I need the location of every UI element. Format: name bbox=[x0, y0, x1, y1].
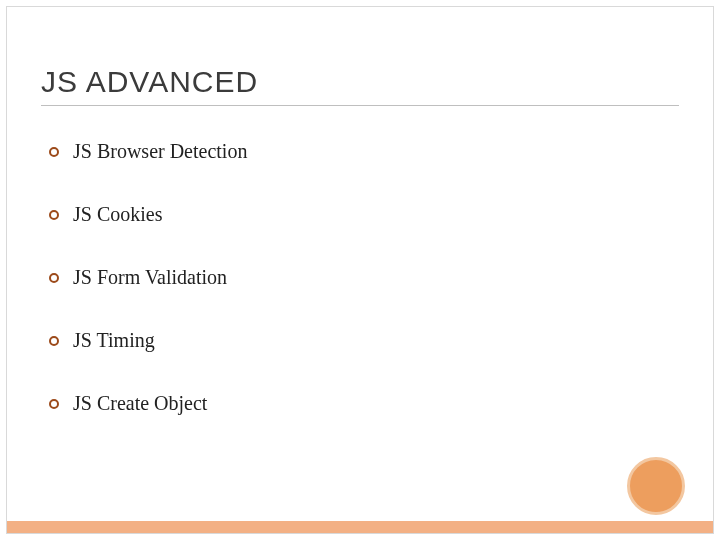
list-item: JS Form Validation bbox=[49, 266, 679, 289]
bullet-icon bbox=[49, 273, 59, 283]
slide-title: JS ADVANCED bbox=[41, 65, 679, 106]
slide-content: JS ADVANCED JS Browser Detection JS Cook… bbox=[41, 65, 679, 455]
list-item-label: JS Form Validation bbox=[73, 266, 227, 289]
decorative-circle-icon bbox=[627, 457, 685, 515]
list-item: JS Browser Detection bbox=[49, 140, 679, 163]
list-item-label: JS Create Object bbox=[73, 392, 207, 415]
bullet-icon bbox=[49, 147, 59, 157]
bullet-icon bbox=[49, 336, 59, 346]
bullet-icon bbox=[49, 399, 59, 409]
topic-list: JS Browser Detection JS Cookies JS Form … bbox=[41, 140, 679, 415]
list-item: JS Cookies bbox=[49, 203, 679, 226]
list-item-label: JS Browser Detection bbox=[73, 140, 247, 163]
bullet-icon bbox=[49, 210, 59, 220]
slide-frame: JS ADVANCED JS Browser Detection JS Cook… bbox=[6, 6, 714, 534]
list-item-label: JS Timing bbox=[73, 329, 155, 352]
list-item: JS Create Object bbox=[49, 392, 679, 415]
list-item-label: JS Cookies bbox=[73, 203, 162, 226]
accent-bar bbox=[7, 521, 713, 533]
list-item: JS Timing bbox=[49, 329, 679, 352]
